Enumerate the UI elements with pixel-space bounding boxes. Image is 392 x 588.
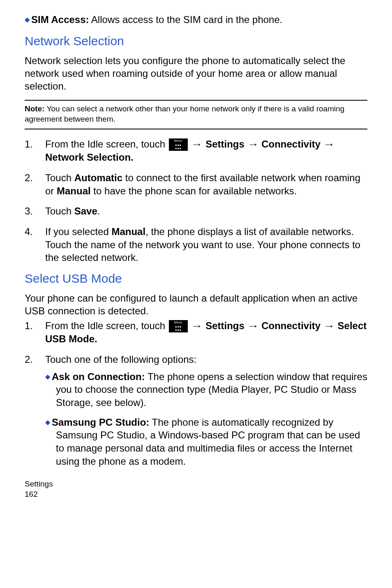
step3-c: . bbox=[97, 205, 100, 217]
diamond-icon: ◆ bbox=[45, 418, 50, 427]
step1-text-a: From the Idle screen, touch bbox=[45, 138, 168, 150]
ask-label: Ask on Connection: bbox=[52, 371, 145, 382]
usb-step-1: From the Idle screen, touch Menu▪▪▪▪▪▪ →… bbox=[25, 319, 367, 346]
arrow-icon: → bbox=[323, 138, 335, 151]
step4-a: If you selected bbox=[45, 226, 111, 237]
network-step-1: From the Idle screen, touch Menu▪▪▪▪▪▪ →… bbox=[25, 138, 367, 164]
network-selection-heading: Network Selection bbox=[25, 34, 367, 48]
usb2-text: Touch one of the following options: bbox=[45, 354, 196, 365]
network-selection-intro: Network selection lets you configure the… bbox=[25, 55, 367, 92]
usb1-conn: Connectivity bbox=[259, 320, 323, 331]
network-steps: From the Idle screen, touch Menu▪▪▪▪▪▪ →… bbox=[25, 138, 367, 264]
step1-dest: Network Selection. bbox=[45, 152, 134, 163]
usb-intro: Your phone can be configured to launch a… bbox=[25, 292, 367, 317]
note-label: Note: bbox=[25, 104, 45, 113]
usb1-settings: Settings bbox=[203, 320, 247, 331]
menu-icon: Menu▪▪▪▪▪▪ bbox=[169, 320, 188, 332]
sim-access-label: SIM Access: bbox=[31, 14, 89, 25]
arrow-icon: → bbox=[247, 138, 259, 151]
diamond-icon: ◆ bbox=[45, 372, 50, 381]
usb-options: ◆Ask on Connection: The phone opens a se… bbox=[45, 370, 367, 468]
step1-settings: Settings bbox=[203, 138, 247, 150]
menu-icon: Menu▪▪▪▪▪▪ bbox=[169, 138, 188, 151]
sim-access-text: Allows access to the SIM card in the pho… bbox=[89, 14, 283, 25]
usb1-a: From the Idle screen, touch bbox=[45, 320, 168, 331]
step4-b: Manual bbox=[111, 226, 145, 237]
step1-connectivity: Connectivity bbox=[259, 138, 323, 150]
pcstudio-label: Samsung PC Studio: bbox=[52, 417, 149, 428]
network-step-2: Touch Automatic to connect to the first … bbox=[25, 171, 367, 197]
arrow-icon: → bbox=[247, 319, 259, 332]
usb-step-2: Touch one of the following options: ◆Ask… bbox=[25, 353, 367, 468]
sim-access-bullet: ◆SIM Access: Allows access to the SIM ca… bbox=[25, 13, 367, 26]
step2-d: Manual bbox=[57, 185, 91, 196]
arrow-icon: → bbox=[191, 138, 203, 151]
diamond-icon: ◆ bbox=[25, 16, 30, 24]
select-usb-heading: Select USB Mode bbox=[25, 272, 367, 286]
usb-option-pcstudio: ◆Samsung PC Studio: The phone is automat… bbox=[45, 416, 367, 468]
step3-a: Touch bbox=[45, 205, 74, 217]
step2-e: to have the phone scan for available net… bbox=[91, 185, 297, 196]
network-step-3: Touch Save. bbox=[25, 205, 367, 218]
footer-page: 162 bbox=[25, 489, 367, 500]
arrow-icon: → bbox=[191, 319, 203, 332]
note-text: You can select a network other than your… bbox=[25, 104, 344, 123]
usb-steps: From the Idle screen, touch Menu▪▪▪▪▪▪ →… bbox=[25, 319, 367, 468]
page-footer: Settings 162 bbox=[25, 479, 367, 499]
step2-a: Touch bbox=[45, 172, 74, 183]
network-step-4: If you selected Manual, the phone displa… bbox=[25, 225, 367, 264]
page-root: ◆SIM Access: Allows access to the SIM ca… bbox=[0, 0, 392, 508]
arrow-icon: → bbox=[323, 319, 335, 332]
step3-b: Save bbox=[74, 205, 97, 217]
usb-option-ask: ◆Ask on Connection: The phone opens a se… bbox=[45, 370, 367, 409]
note-box: Note: You can select a network other tha… bbox=[25, 100, 367, 129]
step2-b: Automatic bbox=[74, 172, 122, 183]
footer-section: Settings bbox=[25, 479, 367, 489]
